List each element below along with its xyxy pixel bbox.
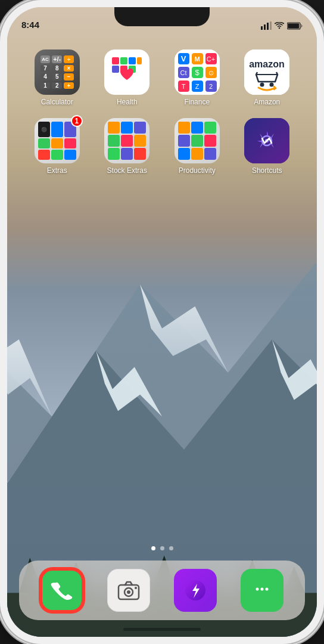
dock [19,561,305,620]
dock-phone[interactable] [40,569,83,612]
svg-rect-30 [120,57,127,64]
svg-point-58 [270,83,274,87]
svg-text:M: M [194,55,200,63]
svg-point-71 [266,588,269,591]
signal-icon [261,21,272,30]
svg-rect-32 [137,57,142,64]
app-stock-extras[interactable]: Stock Extras [95,118,160,175]
svg-text:amazon: amazon [249,59,285,69]
extras-folder-icon[interactable]: 1 ⚫ [35,118,80,163]
svg-text:2: 2 [209,83,213,90]
app-productivity[interactable]: Productivity [165,118,229,175]
svg-rect-31 [129,57,136,64]
camera-icon [116,578,141,603]
shortcuts-label: Shortcuts [252,166,282,175]
status-time: 8:44 [21,20,261,30]
svg-text:$: $ [195,68,200,77]
shortcuts-icon[interactable] [244,118,289,163]
finance-icon[interactable]: V M C+ Ct $ ⊙ T Z [175,49,220,95]
health-icon[interactable] [104,49,149,95]
svg-rect-24 [267,23,269,30]
svg-text:C+: C+ [207,55,215,63]
stock-extras-label: Stock Extras [107,166,147,175]
page-dot-2[interactable] [160,546,164,550]
stock-extras-folder-icon[interactable] [104,118,149,163]
productivity-folder-icon[interactable] [175,118,220,163]
app-amazon[interactable]: amazon Amazon [235,49,300,106]
productivity-label: Productivity [179,166,216,175]
home-indicator [123,628,201,631]
page-dots [7,546,317,550]
calculator-icon[interactable]: AC +/- ÷ 7 8 × 4 5 − 1 2 + [35,49,80,95]
app-finance[interactable]: V M C+ Ct $ ⊙ T Z [165,49,229,106]
status-icons [261,21,303,30]
extras-badge: 1 [71,115,83,127]
svg-rect-33 [112,66,119,73]
svg-point-68 [258,597,266,602]
svg-rect-27 [288,23,299,29]
svg-point-64 [127,590,130,594]
dock-camera[interactable] [107,569,150,612]
app-health[interactable]: Health [95,49,160,106]
svg-rect-55 [244,49,289,95]
svg-rect-25 [270,21,272,30]
wifi-icon [275,22,284,29]
svg-point-70 [261,588,264,591]
svg-point-65 [135,587,137,589]
svg-rect-22 [261,26,263,30]
svg-rect-23 [264,24,266,30]
amazon-icon[interactable]: amazon [244,49,289,95]
svg-text:V: V [180,54,186,63]
health-label: Health [117,98,138,106]
dock-messenger[interactable] [174,569,217,612]
extras-label: Extras [47,166,67,175]
svg-point-57 [260,83,264,87]
svg-text:Z: Z [195,83,199,90]
app-calculator[interactable]: AC +/- ÷ 7 8 × 4 5 − 1 2 + Calculator [25,49,89,106]
screen: 8:44 [7,7,317,637]
svg-rect-29 [112,57,119,64]
messenger-icon [183,578,208,603]
messages-icon [250,578,275,603]
app-extras[interactable]: 1 ⚫ Extras [25,118,89,175]
app-grid: AC +/- ÷ 7 8 × 4 5 − 1 2 + Calculator [7,40,317,184]
svg-text:⊙: ⊙ [208,69,213,76]
dock-messages[interactable] [241,569,284,612]
amazon-label: Amazon [254,98,280,106]
svg-text:T: T [181,83,185,90]
svg-point-69 [256,588,259,591]
finance-label: Finance [184,98,210,106]
battery-icon [287,22,303,30]
phone-icon [49,578,74,603]
status-bar: 8:44 [7,7,317,33]
app-shortcuts[interactable]: Shortcuts [235,118,300,175]
svg-text:Ct: Ct [180,69,186,76]
page-dot-1[interactable] [151,546,155,550]
phone-frame: 8:44 [0,0,324,644]
calculator-label: Calculator [41,98,73,106]
page-dot-3[interactable] [169,546,173,550]
